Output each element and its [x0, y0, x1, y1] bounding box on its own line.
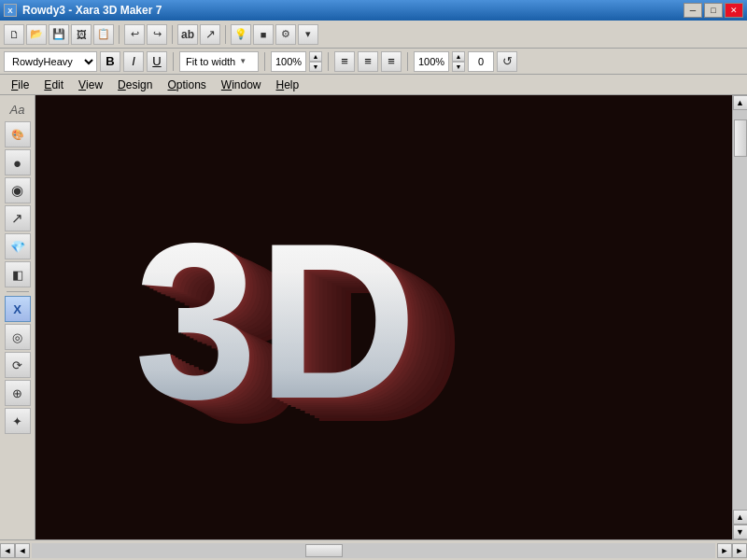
- zoom-spinner: ▲ ▼: [309, 51, 322, 72]
- rotation-spinner: ▲ ▼: [452, 51, 465, 72]
- separator-1: [119, 25, 120, 44]
- title-bar-left: X Rowdy3 - Xara 3D Maker 7: [4, 4, 162, 17]
- menu-edit[interactable]: Edit: [36, 75, 71, 95]
- scroll-thumb-vertical[interactable]: [734, 119, 747, 157]
- aa-label: Aa: [5, 99, 31, 119]
- color-button[interactable]: ■: [253, 24, 274, 45]
- menu-design[interactable]: Design: [110, 75, 160, 95]
- menu-view[interactable]: View: [71, 75, 110, 95]
- rotation-input[interactable]: [414, 51, 449, 72]
- window-title: Rowdy3 - Xara 3D Maker 7: [22, 4, 162, 17]
- undo-button[interactable]: ↩: [124, 24, 145, 45]
- bold-button[interactable]: B: [100, 51, 120, 72]
- format-toolbar: RowdyHeavy B I U Fit to width ▼ ▲ ▼ ≡ ≡ …: [0, 49, 747, 75]
- separator-7: [407, 52, 408, 71]
- main-toolbar: 🗋 📂 💾 🖼 📋 ↩ ↪ ab ↗ 💡 ■ ⚙ ▾: [0, 21, 747, 49]
- rotation-down-button[interactable]: ▼: [452, 62, 465, 72]
- minimize-button[interactable]: ─: [684, 3, 702, 18]
- gem-tool[interactable]: 💎: [5, 233, 31, 259]
- align-center-button[interactable]: ≡: [358, 51, 378, 72]
- vertical-scrollbar: ▲ ▲ ▼: [732, 95, 747, 539]
- arrow-tool[interactable]: ↗: [5, 205, 31, 231]
- separator-2: [172, 25, 173, 44]
- separator-5: [264, 52, 265, 71]
- orbit-tool[interactable]: ◎: [5, 324, 31, 350]
- scroll-up-button[interactable]: ▲: [733, 95, 748, 110]
- fit-to-width-label: Fit to width: [186, 56, 235, 67]
- color2-tool[interactable]: ●: [5, 149, 31, 175]
- star-tool[interactable]: ✦: [5, 408, 31, 434]
- separator-6: [328, 52, 329, 71]
- fit-to-width-dropdown[interactable]: Fit to width ▼: [179, 51, 259, 72]
- main-area: Aa 🎨 ● ◉ ↗ 💎 ◧ X ◎ ⟳ ⊕ ✦ 3D 3D 3: [0, 95, 747, 539]
- zoom-down-button[interactable]: ▼: [309, 62, 322, 72]
- bottom-scrollbar-area: ◄ ◄ ► ►: [0, 539, 747, 560]
- close-button[interactable]: ✕: [725, 3, 743, 18]
- underline-button[interactable]: U: [147, 51, 167, 72]
- import-button[interactable]: 📋: [93, 24, 114, 45]
- app-icon: X: [4, 4, 17, 17]
- lightbulb-button[interactable]: 💡: [231, 24, 251, 45]
- scroll-left-button-1[interactable]: ◄: [0, 543, 15, 558]
- maximize-button[interactable]: □: [704, 3, 723, 18]
- save-button[interactable]: 💾: [49, 24, 69, 45]
- scroll-thumb-horizontal[interactable]: [305, 544, 343, 557]
- box-tool[interactable]: ◧: [5, 261, 31, 287]
- menu-file[interactable]: File: [4, 75, 36, 95]
- scroll-down-button-2[interactable]: ▼: [733, 525, 748, 539]
- new-button[interactable]: 🗋: [4, 24, 24, 45]
- separator-4: [173, 52, 174, 71]
- redo-button[interactable]: ↪: [147, 24, 167, 45]
- zoom-up-button[interactable]: ▲: [309, 51, 322, 62]
- text-button[interactable]: ab: [177, 24, 198, 45]
- scroll-left-button-2[interactable]: ◄: [15, 543, 30, 558]
- menu-window[interactable]: Window: [214, 75, 269, 95]
- more-button[interactable]: ▾: [298, 24, 318, 45]
- canvas-svg: 3D 3D 3D 3D 3D 3D 3D 3D 3D 3D 3D 3D 3D: [35, 95, 732, 539]
- canvas-container[interactable]: 3D 3D 3D 3D 3D 3D 3D 3D 3D 3D 3D 3D 3D: [35, 95, 732, 539]
- svg-text:3D: 3D: [134, 198, 417, 444]
- menubar: File Edit View Design Options Window Hel…: [0, 75, 747, 95]
- menu-help[interactable]: Help: [269, 75, 307, 95]
- title-bar: X Rowdy3 - Xara 3D Maker 7 ─ □ ✕: [0, 0, 747, 21]
- export-button[interactable]: 🖼: [71, 24, 92, 45]
- cursor-button[interactable]: ↗: [200, 24, 220, 45]
- menu-options[interactable]: Options: [160, 75, 213, 95]
- left-toolbar: Aa 🎨 ● ◉ ↗ 💎 ◧ X ◎ ⟳ ⊕ ✦: [0, 95, 35, 539]
- canvas-background: 3D 3D 3D 3D 3D 3D 3D 3D 3D 3D 3D 3D 3D: [35, 95, 732, 539]
- plus-tool[interactable]: ⊕: [5, 380, 31, 406]
- reset-button[interactable]: ↺: [497, 51, 517, 72]
- zoom-input[interactable]: [271, 51, 306, 72]
- scroll-right-button-2[interactable]: ►: [732, 543, 747, 558]
- spin-tool[interactable]: ⟳: [5, 352, 31, 378]
- separator-3: [225, 25, 226, 44]
- scroll-right-button-1[interactable]: ►: [717, 543, 732, 558]
- font-select[interactable]: RowdyHeavy: [4, 51, 97, 72]
- rotation-up-button[interactable]: ▲: [452, 51, 465, 62]
- angle-input[interactable]: [468, 51, 494, 72]
- horizontal-scrollbar[interactable]: [32, 543, 715, 558]
- scroll-track-vertical[interactable]: [733, 110, 748, 510]
- paint-tool[interactable]: 🎨: [5, 121, 31, 147]
- circle-tool[interactable]: ◉: [5, 177, 31, 203]
- title-bar-controls: ─ □ ✕: [684, 3, 743, 18]
- xara-tool[interactable]: X: [5, 296, 31, 322]
- italic-button[interactable]: I: [123, 51, 144, 72]
- align-left-button[interactable]: ≡: [334, 51, 355, 72]
- open-button[interactable]: 📂: [26, 24, 47, 45]
- gear-button[interactable]: ⚙: [275, 24, 296, 45]
- left-separator: [7, 291, 29, 292]
- align-right-button[interactable]: ≡: [381, 51, 402, 72]
- fit-dropdown-arrow: ▼: [239, 57, 247, 65]
- scroll-down-button-1[interactable]: ▲: [733, 510, 748, 525]
